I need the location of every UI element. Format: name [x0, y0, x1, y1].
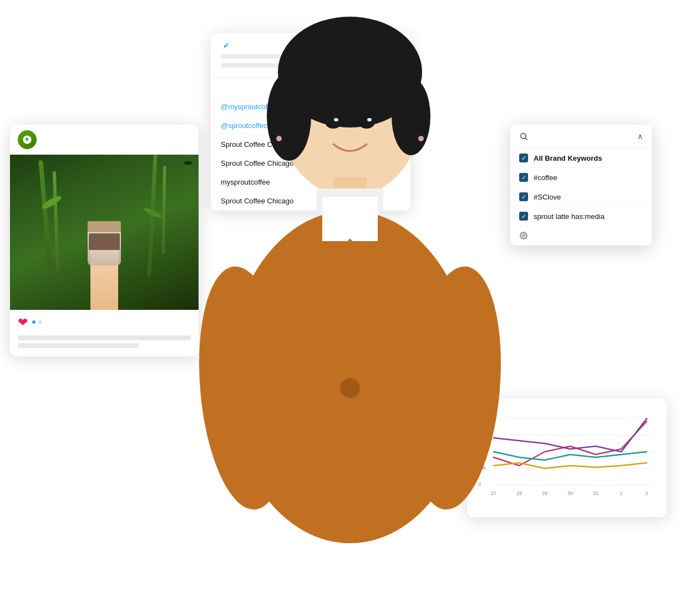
svg-point-36	[418, 136, 424, 141]
svg-text:28: 28	[516, 491, 522, 496]
keyword-all-brand-label: All Brand Keywords	[534, 154, 602, 162]
image-dots	[32, 320, 42, 324]
svg-text:160k: 160k	[478, 415, 489, 421]
checkbox-all-brand[interactable]	[519, 154, 528, 162]
profile-item-6[interactable]: Sprout Coffee Chicago	[211, 192, 410, 211]
profiles-chevron-icon[interactable]: ∧	[395, 85, 400, 93]
brand-keywords-card: ∧ All Brand Keywords #coffee #SClove spr…	[510, 125, 652, 246]
search-icon	[519, 132, 528, 141]
svg-point-26	[228, 211, 472, 543]
profile-item-2[interactable]: @sproutcoffechi	[211, 116, 410, 135]
checkbox-sclove[interactable]	[519, 192, 528, 201]
user-name-row: ✔	[221, 41, 400, 50]
verified-icon: ✔	[223, 41, 230, 50]
svg-point-37	[340, 378, 360, 398]
svg-marker-28	[317, 238, 383, 277]
svg-text:120k: 120k	[478, 432, 489, 437]
svg-point-0	[521, 134, 526, 139]
svg-text:2: 2	[645, 491, 648, 496]
message-preview-bar-1	[221, 54, 356, 59]
profiles-section-header[interactable]: ∧	[211, 78, 410, 98]
profile-item-4[interactable]: Sprout Coffee Chicago	[211, 154, 410, 173]
svg-text:31: 31	[593, 491, 598, 496]
profile-item-5[interactable]: mysproutcoffee	[211, 173, 410, 192]
instagram-caption-line-1	[18, 335, 191, 340]
checkbox-coffee[interactable]	[519, 173, 528, 182]
gear-icon	[519, 231, 528, 240]
heart-icon[interactable]: ❤	[18, 315, 28, 330]
keyword-coffee[interactable]: #coffee	[510, 168, 652, 187]
svg-text:27: 27	[491, 491, 496, 496]
svg-text:40k: 40k	[478, 465, 486, 471]
brand-keywords-header: ∧	[510, 125, 652, 149]
svg-point-2	[523, 234, 525, 237]
svg-point-29	[190, 263, 300, 513]
instagram-avatar	[18, 130, 37, 149]
svg-text:30: 30	[567, 491, 573, 496]
dot-inactive	[38, 320, 42, 324]
chart-card: 160k 120k 80k 40k 0 27 28 29 30 31 1 2	[467, 399, 667, 517]
svg-text:29: 29	[542, 491, 547, 496]
instagram-footer: ❤	[10, 310, 199, 356]
checkbox-sprout-latte[interactable]	[519, 212, 528, 221]
keyword-coffee-label: #coffee	[534, 173, 557, 182]
user-identity: ✔	[221, 41, 233, 50]
keyword-sprout-latte-label: sprout latte has:media	[534, 212, 605, 221]
profile-item-3[interactable]: Sprout Coffee Co.	[211, 135, 410, 154]
brand-keywords-title	[519, 132, 532, 141]
dot-active	[32, 320, 35, 324]
keyword-sclove-label: #SClove	[534, 193, 561, 201]
svg-text:1: 1	[620, 491, 622, 496]
instagram-image-counter	[184, 161, 192, 165]
instagram-image	[10, 155, 199, 310]
profiles-card: ✔ ∧ @mysproutcoffee @sproutcoffechi Spro…	[211, 33, 410, 211]
analytics-chart: 160k 120k 80k 40k 0 27 28 29 30 31 1 2	[478, 407, 656, 507]
message-preview-bar-2	[221, 63, 319, 68]
svg-line-1	[525, 138, 527, 140]
instagram-card-header	[10, 125, 199, 155]
manage-keywords-item[interactable]	[510, 226, 652, 246]
profiles-card-header: ✔	[211, 33, 410, 78]
profiles-list: @mysproutcoffee @sproutcoffechi Sprout C…	[211, 98, 410, 211]
keyword-all-brand[interactable]: All Brand Keywords	[510, 149, 652, 168]
keyword-sprout-latte[interactable]: sprout latte has:media	[510, 207, 652, 226]
svg-text:0: 0	[478, 482, 481, 487]
brand-keywords-chevron-icon[interactable]: ∧	[637, 132, 643, 141]
instagram-card: ❤	[10, 125, 199, 356]
svg-text:80k: 80k	[478, 448, 486, 454]
keyword-sclove[interactable]: #SClove	[510, 187, 652, 207]
profile-item-1[interactable]: @mysproutcoffee	[211, 98, 410, 116]
instagram-caption-line-2	[18, 343, 139, 348]
